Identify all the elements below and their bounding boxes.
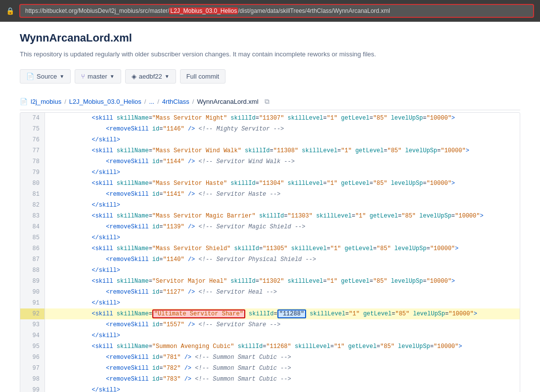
line-content: </skill> bbox=[45, 167, 520, 178]
commit-label: aedbf22 bbox=[139, 73, 162, 80]
branch-label: master bbox=[88, 73, 107, 80]
line-number: 75 bbox=[20, 124, 45, 134]
table-row: 90 <removeSkill id="1127" /> <!-- Servit… bbox=[20, 287, 520, 298]
table-row: 88 </skill> bbox=[20, 265, 520, 276]
branch-button[interactable]: ⑂ master ▼ bbox=[75, 69, 121, 84]
line-number: 87 bbox=[20, 254, 45, 265]
line-number: 98 bbox=[20, 374, 45, 385]
line-content: <skill skillName="Mass Servitor Shield" … bbox=[45, 243, 520, 254]
line-content: <removeSkill id="1141" /> <!-- Servitor … bbox=[45, 189, 520, 200]
line-number: 96 bbox=[20, 352, 45, 363]
url-prefix: https://bitbucket.org/MobiusDev/l2j_mobi… bbox=[25, 7, 169, 14]
toolbar: 📄 Source ▼ ⑂ master ▼ ◈ aedbf22 ▼ Full c… bbox=[20, 69, 520, 84]
line-number: 80 bbox=[20, 178, 45, 189]
line-number: 83 bbox=[20, 211, 45, 221]
line-content: </skill> bbox=[45, 232, 520, 243]
breadcrumb-sep-4: / bbox=[192, 98, 194, 105]
table-row: 95 <skill skillName="Summon Avenging Cub… bbox=[20, 341, 520, 352]
table-row: 94 </skill> bbox=[20, 330, 520, 341]
table-row: 75 <removeSkill id="1146" /> <!-- Mighty… bbox=[20, 124, 520, 134]
line-content: <skill skillName="Mass Servitor Wind Wal… bbox=[45, 145, 520, 156]
line-number: 90 bbox=[20, 287, 45, 298]
line-content: <skill skillName="Servitor Major Heal" s… bbox=[45, 276, 520, 287]
line-number: 82 bbox=[20, 200, 45, 211]
code-viewer: 74 <skill skillName="Mass Servitor Might… bbox=[20, 112, 520, 392]
line-content: <removeSkill id="782" /> <!-- Summon Sma… bbox=[45, 363, 520, 374]
full-commit-label: Full commit bbox=[186, 73, 219, 80]
table-row: 89 <skill skillName="Servitor Major Heal… bbox=[20, 276, 520, 287]
line-content: </skill> bbox=[45, 298, 520, 308]
breadcrumb-ellipsis[interactable]: ... bbox=[149, 98, 154, 105]
line-content: </skill> bbox=[45, 265, 520, 276]
table-row: 80 <skill skillName="Mass Servitor Haste… bbox=[20, 178, 520, 189]
breadcrumb-sep-1: / bbox=[64, 98, 66, 105]
table-row: 78 <removeSkill id="1144" /> <!-- Servit… bbox=[20, 156, 520, 167]
line-content: <skill skillName="Ultimate Servitor Shar… bbox=[45, 308, 520, 319]
breadcrumb-l2j[interactable]: l2j_mobius bbox=[31, 98, 61, 105]
breadcrumb-helios[interactable]: L2J_Mobius_03.0_Helios bbox=[69, 98, 141, 105]
line-content: <skill skillName="Mass Servitor Haste" s… bbox=[45, 178, 520, 189]
line-number: 86 bbox=[20, 243, 45, 254]
table-row: 83 <skill skillName="Mass Servitor Magic… bbox=[20, 211, 520, 221]
copy-icon[interactable]: ⧉ bbox=[265, 97, 270, 106]
commit-chevron-icon: ▼ bbox=[165, 74, 170, 79]
commit-button[interactable]: ◈ aedbf22 ▼ bbox=[125, 69, 176, 84]
line-number: 91 bbox=[20, 298, 45, 308]
line-number: 95 bbox=[20, 341, 45, 352]
branch-icon: ⑂ bbox=[81, 73, 85, 80]
breadcrumb-filename: WynnArcanaLord.xml bbox=[197, 98, 258, 105]
address-bar[interactable]: https://bitbucket.org/MobiusDev/l2j_mobi… bbox=[19, 4, 534, 18]
table-row: 99 </skill> bbox=[20, 385, 520, 392]
line-number: 88 bbox=[20, 265, 45, 276]
table-row: 74 <skill skillName="Mass Servitor Might… bbox=[20, 113, 520, 124]
table-row: 86 <skill skillName="Mass Servitor Shiel… bbox=[20, 243, 520, 254]
breadcrumb-sep-2: / bbox=[144, 98, 146, 105]
file-doc-icon: 📄 bbox=[20, 98, 28, 105]
line-content: <removeSkill id="781" /> <!-- Summon Sma… bbox=[45, 352, 520, 363]
table-row: 93 <removeSkill id="1557" /> <!-- Servit… bbox=[20, 319, 520, 330]
line-number: 85 bbox=[20, 232, 45, 243]
line-content: <skill skillName="Mass Servitor Magic Ba… bbox=[45, 211, 520, 221]
table-row: 82 </skill> bbox=[20, 200, 520, 211]
page-content: WynnArcanaLord.xml This repository is up… bbox=[0, 22, 540, 392]
source-label: Source bbox=[37, 73, 57, 80]
line-number: 78 bbox=[20, 156, 45, 167]
line-content: <removeSkill id="783" /> <!-- Summon Sma… bbox=[45, 374, 520, 385]
line-content: <skill skillName="Summon Avenging Cubic"… bbox=[45, 341, 520, 352]
line-number: 79 bbox=[20, 167, 45, 178]
table-row: 76 </skill> bbox=[20, 134, 520, 145]
line-number: 81 bbox=[20, 189, 45, 200]
lock-icon: 🔒 bbox=[6, 7, 14, 15]
line-content: <removeSkill id="1140" /> <!-- Servitor … bbox=[45, 254, 520, 265]
table-row: 81 <removeSkill id="1141" /> <!-- Servit… bbox=[20, 189, 520, 200]
branch-chevron-icon: ▼ bbox=[110, 74, 115, 79]
line-content: <removeSkill id="1146" /> <!-- Mighty Se… bbox=[45, 124, 520, 134]
table-row: 87 <removeSkill id="1140" /> <!-- Servit… bbox=[20, 254, 520, 265]
line-number: 99 bbox=[20, 385, 45, 392]
line-content: <removeSkill id="1127" /> <!-- Servitor … bbox=[45, 287, 520, 298]
line-number: 93 bbox=[20, 319, 45, 330]
breadcrumb-4rthclass[interactable]: 4rthClass bbox=[162, 98, 189, 105]
line-number: 92 bbox=[20, 308, 45, 319]
line-number: 84 bbox=[20, 221, 45, 232]
file-icon: 📄 bbox=[26, 73, 34, 80]
line-number: 89 bbox=[20, 276, 45, 287]
line-content: <removeSkill id="1144" /> <!-- Servitor … bbox=[45, 156, 520, 167]
table-row: 84 <removeSkill id="1139" /> <!-- Servit… bbox=[20, 221, 520, 232]
line-content: <skill skillName="Mass Servitor Might" s… bbox=[45, 113, 520, 124]
line-number: 76 bbox=[20, 134, 45, 145]
line-content: <removeSkill id="1139" /> <!-- Servitor … bbox=[45, 221, 520, 232]
line-number: 94 bbox=[20, 330, 45, 341]
table-row: 85 </skill> bbox=[20, 232, 520, 243]
source-button[interactable]: 📄 Source ▼ bbox=[20, 69, 71, 84]
page-description: This repository is updated regularly wit… bbox=[20, 49, 520, 59]
line-number: 97 bbox=[20, 363, 45, 374]
browser-bar: 🔒 https://bitbucket.org/MobiusDev/l2j_mo… bbox=[0, 0, 540, 22]
line-content: <removeSkill id="1557" /> <!-- Servitor … bbox=[45, 319, 520, 330]
full-commit-button[interactable]: Full commit bbox=[180, 69, 225, 84]
commit-icon: ◈ bbox=[132, 73, 136, 80]
page-title: WynnArcanaLord.xml bbox=[20, 32, 520, 44]
table-row: 77 <skill skillName="Mass Servitor Wind … bbox=[20, 145, 520, 156]
table-row: 91 </skill> bbox=[20, 298, 520, 308]
line-number: 77 bbox=[20, 145, 45, 156]
